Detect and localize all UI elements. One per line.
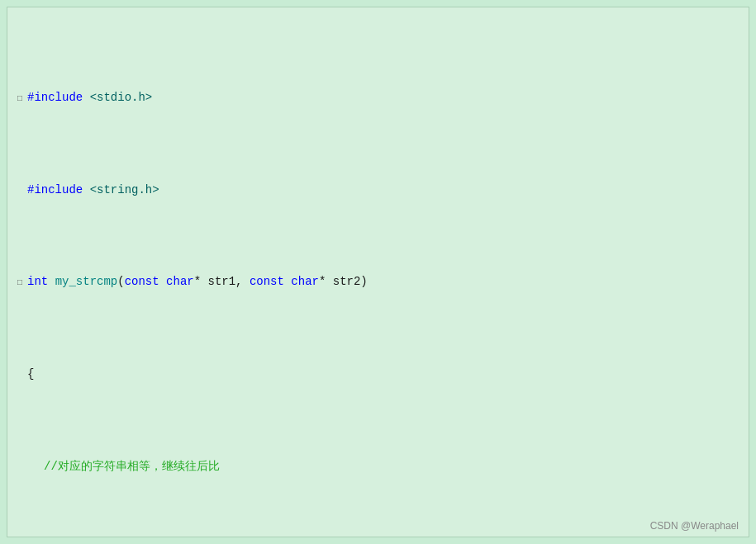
line-4: { (17, 365, 739, 383)
line-5: //对应的字符串相等，继续往后比 (17, 457, 739, 475)
fold-icon-3[interactable]: □ (17, 277, 26, 290)
line-2: #include <string.h> (17, 181, 739, 199)
fold-icon-4 (17, 369, 26, 382)
line-1: □ #include <stdio.h> (17, 88, 739, 106)
fold-icon-5 (17, 461, 26, 475)
fold-icon-2 (17, 185, 26, 198)
code-content: □ #include <stdio.h> #include <string.h>… (17, 14, 739, 537)
code-editor: □ #include <stdio.h> #include <string.h>… (7, 7, 749, 537)
watermark: CSDN @Weraphael (650, 520, 739, 532)
fold-icon-1[interactable]: □ (17, 92, 26, 106)
line-3: □ int my_strcmp(const char* str1, const … (17, 272, 739, 291)
